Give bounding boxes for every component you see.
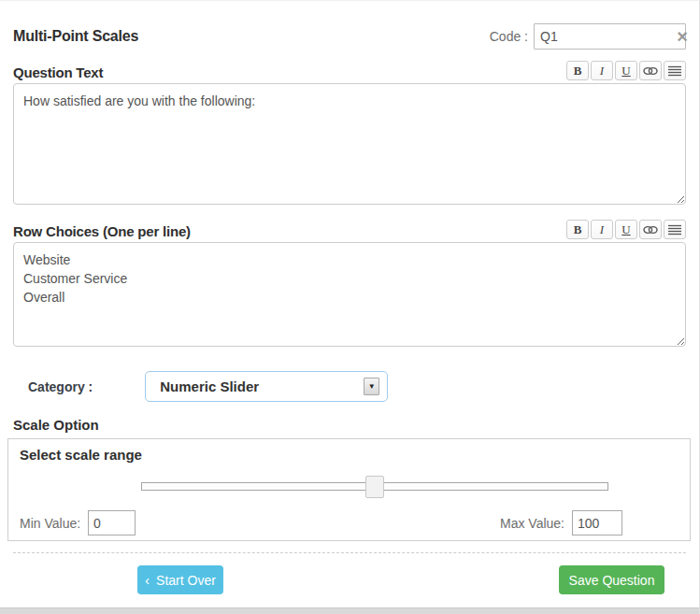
row-choices-heading: Row Choices (One per line): [13, 223, 191, 239]
question-text-input[interactable]: How satisfied are you with the following…: [13, 83, 686, 205]
scale-range-slider: [141, 476, 608, 498]
bold-button[interactable]: B: [566, 61, 589, 80]
dropdown-arrow-icon[interactable]: ▼: [364, 378, 379, 395]
max-value-label: Max Value:: [500, 516, 564, 531]
min-value-label: Min Value:: [20, 516, 80, 531]
horizontal-lines-icon: [668, 65, 681, 77]
category-select[interactable]: Numeric Slider ▼: [145, 371, 388, 402]
question-text-section-header: Question Text B I U: [13, 61, 686, 80]
underline-button[interactable]: U: [615, 220, 637, 239]
min-value-input[interactable]: [88, 510, 136, 535]
slider-handle[interactable]: [365, 476, 384, 498]
minmax-row: Min Value: Max Value:: [20, 510, 679, 535]
chain-link-icon: [643, 66, 658, 76]
max-value-group: Max Value:: [500, 510, 622, 535]
row-choices-section-header: Row Choices (One per line) B I U: [13, 220, 686, 239]
horizontal-lines-icon: [668, 224, 681, 236]
category-label: Category :: [28, 379, 93, 394]
start-over-label: Start Over: [156, 573, 216, 588]
paragraph-button[interactable]: [664, 220, 686, 239]
question-editor-toolbar: B I U: [566, 61, 686, 80]
dialog-title: Multi-Point Scales: [13, 28, 138, 45]
link-button[interactable]: [639, 61, 662, 80]
dialog-header: Multi-Point Scales Code :: [13, 23, 686, 50]
italic-button[interactable]: I: [591, 61, 613, 80]
category-selected-value: Numeric Slider: [160, 378, 259, 394]
min-value-group: Min Value:: [20, 510, 136, 535]
paragraph-button[interactable]: [664, 61, 686, 80]
max-value-input[interactable]: [572, 510, 622, 535]
chevron-left-icon: ‹: [145, 574, 150, 587]
question-text-heading: Question Text: [13, 64, 103, 80]
select-scale-range-heading: Select scale range: [20, 447, 679, 463]
scale-option-panel: Select scale range Min Value: Max Value:: [7, 438, 691, 541]
row-choices-editor-toolbar: B I U: [566, 220, 686, 239]
code-label: Code :: [490, 29, 528, 44]
page-bottom-scrollbar[interactable]: [0, 607, 700, 614]
start-over-button[interactable]: ‹ Start Over: [137, 565, 223, 594]
row-choices-input[interactable]: Website Customer Service Overall: [13, 242, 686, 347]
save-question-button[interactable]: Save Question: [559, 565, 664, 594]
code-group: Code :: [490, 23, 686, 50]
footer-actions: ‹ Start Over Save Question: [13, 565, 686, 594]
italic-button[interactable]: I: [591, 220, 613, 239]
underline-button[interactable]: U: [615, 61, 637, 80]
question-editor-dialog: × Multi-Point Scales Code : Question Tex…: [0, 23, 699, 614]
link-button[interactable]: [639, 220, 662, 239]
bold-button[interactable]: B: [566, 220, 589, 239]
chain-link-icon: [643, 225, 658, 235]
close-icon[interactable]: ×: [677, 27, 688, 46]
scale-option-heading: Scale Option: [13, 417, 686, 433]
footer-divider: [13, 552, 686, 553]
code-input[interactable]: [534, 23, 686, 50]
category-row: Category : Numeric Slider ▼: [13, 371, 686, 402]
